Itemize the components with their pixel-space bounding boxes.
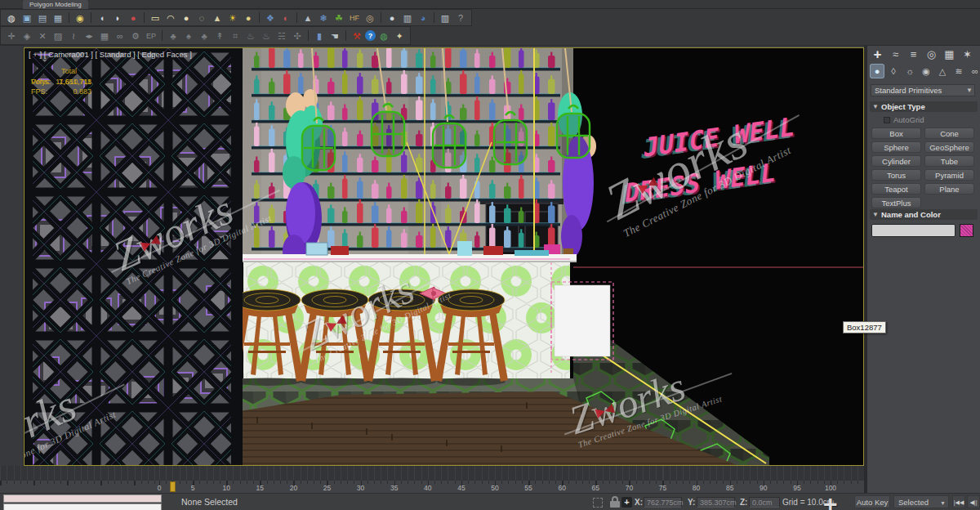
film-camera-icon[interactable]: ●	[126, 11, 140, 25]
gear-icon[interactable]: ⚙	[128, 29, 143, 42]
teapot-small-icon[interactable]: ◌	[194, 11, 209, 25]
go-to-start-button[interactable]: |◀◀	[952, 495, 965, 508]
viewport-canvas[interactable]	[24, 48, 863, 465]
mirror-icon[interactable]: ◂▸	[82, 29, 96, 42]
diamond-icon[interactable]: ◈	[20, 29, 34, 42]
button-cone[interactable]: Cone	[924, 128, 974, 139]
button-sphere[interactable]: Sphere	[871, 141, 921, 153]
monitor-icon[interactable]: ▣	[20, 11, 34, 25]
light-icon[interactable]: ◉	[73, 11, 87, 25]
plant-icon[interactable]: ☘	[332, 11, 346, 25]
rollout-object-type[interactable]: ▼ Object Type	[870, 101, 978, 112]
globe-icon[interactable]: ◍	[376, 29, 391, 42]
steam1-icon[interactable]: ♨	[243, 29, 258, 42]
ball-joint-icon[interactable]: ◐	[278, 11, 293, 25]
cut-icon[interactable]: ✕	[35, 29, 50, 42]
slate-icon[interactable]: ▭	[148, 11, 163, 25]
viewport-label[interactable]: [ + ] [ Camera001 ] [ Standard ] [ Edged…	[29, 50, 192, 59]
button-geosphere[interactable]: GeoSphere	[924, 141, 974, 153]
timeline-ruler[interactable]: I ∿ 051015202530354045505560657075808590…	[0, 481, 864, 493]
button-plane[interactable]: Plane	[924, 183, 974, 195]
button-teapot[interactable]: Teapot	[871, 183, 921, 195]
fan-icon[interactable]: ✣	[290, 29, 305, 42]
button-cylinder[interactable]: Cylinder	[871, 155, 921, 167]
ep-icon[interactable]: EP	[144, 29, 158, 42]
tab-display[interactable]: ▦	[942, 47, 956, 61]
tab-hierarchy[interactable]: ≡	[906, 47, 920, 61]
sphere-gold-icon[interactable]: ●	[241, 11, 256, 25]
cat-lights[interactable]: ☼	[903, 65, 916, 78]
help-ring-icon[interactable]: ?	[453, 11, 468, 25]
tree-icon[interactable]: ↟	[212, 29, 227, 42]
transform-typein-icon[interactable]: +	[621, 497, 632, 508]
cat-helpers[interactable]: △	[936, 65, 949, 78]
tab-modify[interactable]: ≈	[889, 47, 902, 61]
tab-create[interactable]: +	[871, 47, 884, 61]
scatter-icon[interactable]: ❖	[263, 11, 278, 25]
sphere-dark-icon[interactable]: ◕	[416, 11, 430, 25]
current-frame-marker[interactable]	[170, 481, 176, 492]
button-torus[interactable]: Torus	[871, 169, 921, 181]
selection-lock-icon[interactable]	[609, 496, 621, 508]
cat-shapes[interactable]: ◊	[887, 65, 900, 78]
help-icon[interactable]: ?	[365, 30, 376, 41]
bulb-icon[interactable]: ✦	[392, 29, 407, 42]
dome-icon[interactable]: ◠	[163, 11, 178, 25]
panel-door-icon[interactable]: ▮	[312, 29, 327, 42]
clipboard-icon[interactable]: ▥	[438, 11, 452, 25]
cat-systems[interactable]: ∞	[969, 65, 980, 78]
cone-icon[interactable]: ▲	[210, 11, 225, 25]
tab-utilities[interactable]: ✶	[960, 47, 974, 61]
button-textplus[interactable]: TextPlus	[871, 197, 921, 208]
shell-icon[interactable]: ◎	[363, 11, 377, 25]
y-coordinate-field[interactable]: 385.307cm	[697, 497, 735, 508]
fabric-icon[interactable]: ▨	[51, 29, 65, 42]
button-pyramid[interactable]: Pyramid	[924, 169, 974, 181]
tab-motion[interactable]: ◎	[924, 47, 938, 61]
rollout-name-color[interactable]: ▼ Name and Color	[870, 209, 978, 220]
snowflake-icon[interactable]: ❄	[316, 11, 331, 25]
rake-icon[interactable]: ☵	[274, 29, 289, 42]
sphere-gray-icon[interactable]: ●	[385, 11, 399, 25]
link-icon[interactable]: ∞	[113, 29, 127, 42]
clipboard-lock-icon[interactable]: ▥	[400, 11, 415, 25]
mountain-icon[interactable]: ▲	[301, 11, 315, 25]
macro-recorder-field[interactable]	[3, 494, 162, 503]
hf-icon[interactable]: HF	[347, 11, 362, 25]
hand-doc-icon[interactable]: ☚	[327, 29, 342, 42]
quad-icon[interactable]: ✛	[4, 29, 19, 42]
object-name-input[interactable]	[871, 224, 956, 237]
steam2-icon[interactable]: ♨	[259, 29, 274, 42]
cat-cameras[interactable]: ◉	[920, 65, 933, 78]
grass1-icon[interactable]: ♣	[166, 29, 180, 42]
selection-region-icon[interactable]	[593, 498, 603, 508]
auto-key-button[interactable]: Auto Key	[854, 495, 890, 508]
sphere-light-icon[interactable]: ●	[179, 11, 194, 25]
sun-icon[interactable]: ☀	[225, 11, 240, 25]
maxscript-listener-field[interactable]	[3, 503, 162, 510]
camera-speaker-icon[interactable]: ◖	[95, 11, 109, 25]
grass3-icon[interactable]: ♣	[197, 29, 212, 42]
stick-icon[interactable]: ⌗	[228, 29, 243, 42]
cat-spacewarps[interactable]: ≋	[952, 65, 965, 78]
cat-geometry[interactable]: ●	[871, 65, 884, 78]
list-view-icon[interactable]: ▤	[35, 11, 50, 25]
autogrid-checkbox[interactable]	[884, 117, 890, 123]
wrench-icon[interactable]: ⚒	[350, 29, 364, 42]
autogrid-checkbox-row[interactable]: AutoGrid	[884, 116, 924, 124]
grass2-icon[interactable]: ♠	[181, 29, 196, 42]
key-filter-dropdown[interactable]: Selected▼	[893, 495, 949, 508]
previous-key-button[interactable]: ◀||	[967, 495, 980, 508]
teapot-icon[interactable]: ◍	[4, 11, 19, 25]
primitives-dropdown[interactable]: Standard Primitives▼	[871, 84, 975, 96]
camera-viewport[interactable]: [ + ] [ Camera001 ] [ Standard ] [ Edged…	[24, 47, 864, 466]
tab-polygon-modeling[interactable]: Polygon Modeling	[23, 0, 88, 9]
moon-icon[interactable]: ◗	[110, 11, 125, 25]
object-color-swatch[interactable]	[960, 224, 973, 237]
box-mod-icon[interactable]: ▦	[97, 29, 112, 42]
thread-icon[interactable]: ≀	[66, 29, 81, 42]
table-view-icon[interactable]: ▦	[51, 11, 65, 25]
x-coordinate-field[interactable]: 762.775cm	[644, 497, 682, 508]
button-tube[interactable]: Tube	[924, 155, 974, 167]
z-coordinate-field[interactable]: 0.0cm	[749, 497, 780, 508]
